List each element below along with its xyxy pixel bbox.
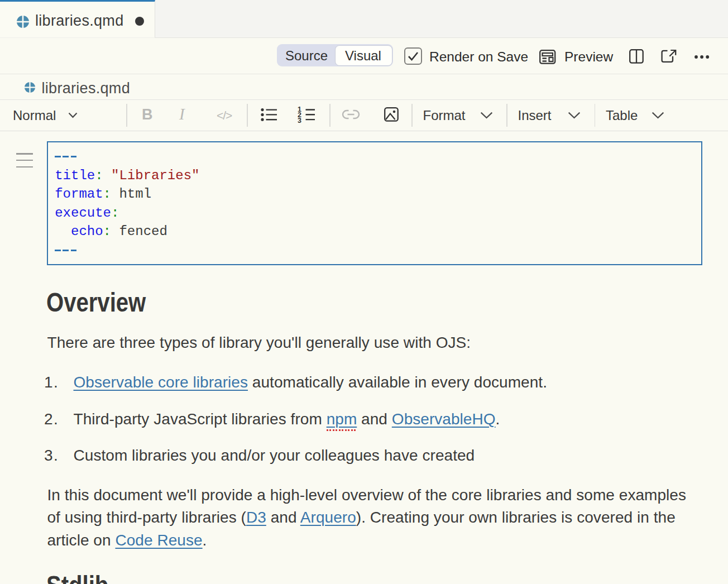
svg-text:3: 3 [298, 117, 301, 125]
